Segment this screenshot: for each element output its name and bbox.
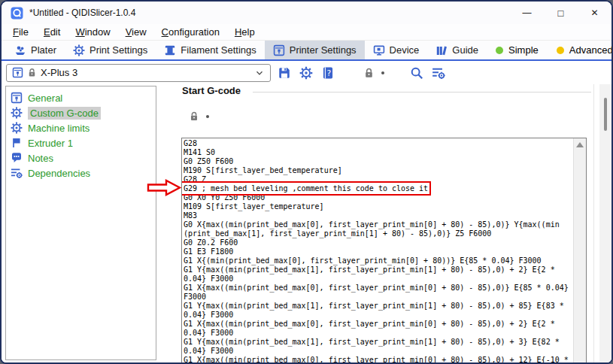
tab-filament-settings-label: Filament Settings <box>181 44 256 56</box>
menu-view[interactable]: View <box>118 25 154 39</box>
mode-advanced-label: Advanced <box>569 44 613 56</box>
tab-print-settings-label: Print Settings <box>90 44 147 56</box>
preset-toolbar: X-Plus 3 <box>2 61 611 84</box>
section-title: Start G-code <box>182 85 241 96</box>
simple-mode-dot-icon <box>496 47 503 54</box>
maximize-button[interactable]: □ <box>544 2 578 24</box>
tab-filament-settings[interactable]: Filament Settings <box>156 41 264 59</box>
guide-icon <box>435 44 448 56</box>
gear-icon <box>11 107 23 119</box>
close-button[interactable]: ✕ <box>578 2 611 24</box>
sidebar-item-notes[interactable]: Notes <box>6 150 156 165</box>
editor-scrollbar[interactable] <box>573 138 586 364</box>
annotation-arrow-icon <box>147 179 181 197</box>
sidebar-item-label: Machine limits <box>28 123 90 134</box>
window-title: *Untitled - QIDISlicer-1.0.4 <box>29 8 135 18</box>
tab-guide[interactable]: Guide <box>427 41 487 59</box>
gear-icon <box>11 122 23 134</box>
sidebar-item-label: Notes <box>28 153 53 164</box>
tab-plater-label: Plater <box>31 44 56 56</box>
window-controls: — □ ✕ <box>510 2 611 24</box>
lock-icon <box>27 68 37 77</box>
sidebar-item-label: Dependencies <box>28 168 90 179</box>
minimize-button[interactable]: — <box>510 2 544 24</box>
section-divider <box>253 92 591 93</box>
notes-bubble-icon <box>11 152 23 164</box>
lock-state-dot <box>381 71 384 74</box>
mode-simple-label: Simple <box>508 44 539 56</box>
tab-plater[interactable]: Plater <box>6 41 65 59</box>
sidebar-item-label: Custom G-code <box>28 107 101 120</box>
tab-device-label: Device <box>390 44 420 56</box>
menu-edit[interactable]: Edit <box>36 25 68 39</box>
menu-configuration[interactable]: Configuration <box>154 25 227 39</box>
sidebar-item-label: General <box>28 93 62 104</box>
save-preset-button[interactable] <box>278 66 291 80</box>
tab-guide-label: Guide <box>452 44 478 56</box>
tab-print-settings[interactable]: Print Settings <box>65 41 156 59</box>
sidebar-item-extruder-1[interactable]: Extruder 1 <box>6 135 156 150</box>
mode-advanced[interactable]: Advanced <box>548 41 613 59</box>
gcode-lock-row <box>189 111 209 122</box>
scroll-up-arrow-icon[interactable] <box>576 142 584 147</box>
sidebar-item-general[interactable]: General <box>6 90 156 105</box>
lock-toggle-button[interactable] <box>363 67 375 79</box>
mode-simple[interactable]: Simple <box>487 41 548 59</box>
gcode-highlight-line: G29 ; mesh bed leveling ,comment this co… <box>184 184 573 193</box>
gcode-lines-before: G28 M141 S0 G0 Z50 F600 M190 S[first_lay… <box>184 139 573 184</box>
gear-icon <box>73 44 85 56</box>
flag-icon <box>11 137 23 149</box>
menu-window[interactable]: Window <box>68 25 117 39</box>
page-border <box>593 84 594 362</box>
gcode-highlight-box: G29 ; mesh bed leveling ,comment this co… <box>184 184 428 193</box>
sidebar-item-dependencies[interactable]: Dependencies <box>6 165 156 180</box>
menu-help[interactable]: Help <box>227 25 262 39</box>
chevron-down-icon <box>254 68 265 78</box>
app-window: *Untitled - QIDISlicer-1.0.4 — □ ✕ File … <box>0 0 613 364</box>
preset-settings-button[interactable] <box>299 66 313 80</box>
printer-icon <box>11 92 23 104</box>
content-area: General Custom G-code Machine limits Ext… <box>2 84 611 362</box>
printer-preset-select[interactable]: X-Plus 3 <box>6 64 271 82</box>
tab-printer-settings[interactable]: Printer Settings <box>265 41 365 59</box>
list-gear-icon <box>11 167 23 179</box>
preset-value: X-Plus 3 <box>41 67 77 78</box>
filament-icon <box>164 44 176 56</box>
tab-device[interactable]: Device <box>365 41 428 59</box>
advanced-mode-dot-icon <box>557 47 564 54</box>
sidebar-item-custom-gcode[interactable]: Custom G-code <box>6 105 156 120</box>
sidebar-item-label: Extruder 1 <box>28 138 73 149</box>
menu-file[interactable]: File <box>5 25 36 39</box>
title-bar: *Untitled - QIDISlicer-1.0.4 — □ ✕ <box>2 2 611 24</box>
device-icon <box>373 44 385 56</box>
page-scrollbar-thumb[interactable] <box>604 98 607 131</box>
menu-bar: File Edit Window View Configuration Help <box>2 24 611 41</box>
plater-icon <box>14 44 26 56</box>
printer-icon <box>273 44 285 56</box>
page-scrollbar[interactable] <box>599 84 611 362</box>
tab-strip: Plater Print Settings Filament Settings … <box>2 41 611 61</box>
gcode-text[interactable]: G28 M141 S0 G0 Z50 F600 M190 S[first_lay… <box>182 138 573 364</box>
app-logo-icon <box>11 7 23 20</box>
sidebar-item-machine-limits[interactable]: Machine limits <box>6 120 156 135</box>
help-book-button[interactable] <box>321 66 335 80</box>
lock-icon[interactable] <box>189 111 199 122</box>
gcode-lines-after: G0 X0 Y0 Z50 F6000 M109 S[first_layer_te… <box>184 193 573 364</box>
tab-printer-settings-label: Printer Settings <box>290 44 357 56</box>
printer-icon <box>12 67 23 78</box>
start-gcode-editor[interactable]: G28 M141 S0 G0 Z50 F600 M190 S[first_lay… <box>181 138 587 364</box>
search-button[interactable] <box>410 66 423 80</box>
settings-sidebar: General Custom G-code Machine limits Ext… <box>5 86 156 360</box>
compare-settings-button[interactable] <box>432 66 445 80</box>
lock-state-dot <box>206 115 209 118</box>
